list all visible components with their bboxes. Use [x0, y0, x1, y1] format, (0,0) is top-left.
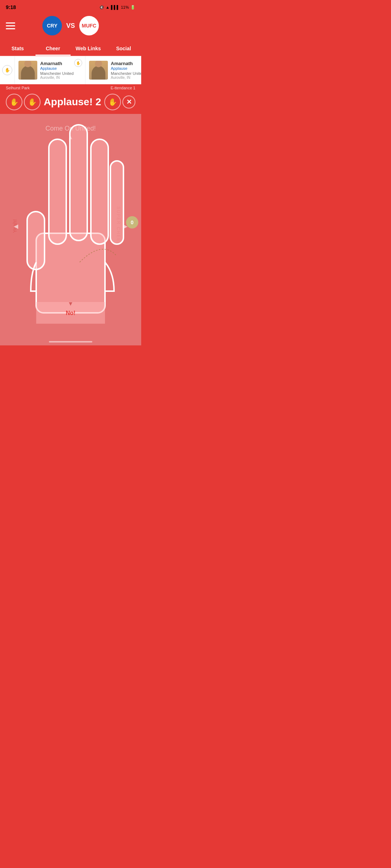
- user-location: Auroville, IN: [111, 76, 141, 80]
- user-team: Manchester United: [40, 71, 81, 76]
- team-mufc-badge[interactable]: MUFC: [79, 16, 99, 35]
- status-icons: 🔇 ▲ ▌▌▌ 11% 🔋: [99, 5, 135, 10]
- signal-icon: ▌▌▌: [111, 5, 119, 9]
- nav-tabs: Stats Cheer Web Links Social: [0, 41, 141, 56]
- dotted-arc-decoration: [76, 237, 119, 266]
- cheer-banner: Selhurst Park E-ttendance 1 ✋ ✋ Applause…: [0, 84, 141, 114]
- menu-button[interactable]: [6, 22, 15, 29]
- avatar: [89, 61, 108, 80]
- user-cards-row: ✋ Amarnath Applause Manchester United Au…: [0, 56, 141, 84]
- cheer-close-button[interactable]: ✕: [122, 95, 135, 109]
- hand-area[interactable]: Come On United! ▲ Yeah! ◀ ▶ SUPER CHEER …: [0, 114, 141, 338]
- cheer-counter-badge: 0: [126, 216, 138, 229]
- user-card-info: Amarnath Applause Manchester United Auro…: [111, 61, 141, 80]
- user-card[interactable]: Amarnath Applause Manchester United Auro…: [15, 56, 85, 84]
- tab-weblinks[interactable]: Web Links: [71, 41, 106, 56]
- cheer-info: Selhurst Park E-ttendance 1: [0, 86, 141, 90]
- user-action: Applause: [40, 66, 81, 71]
- svg-rect-4: [91, 139, 108, 244]
- cheer-action-row: ✋ ✋ Applause! 2 ✋ ✕: [6, 94, 135, 110]
- top-header: CRY VS MUFC: [0, 13, 141, 41]
- svg-rect-3: [70, 125, 87, 241]
- svg-rect-1: [27, 212, 45, 269]
- tab-cheer[interactable]: Cheer: [35, 41, 71, 56]
- team-cry-badge[interactable]: CRY: [42, 16, 62, 35]
- user-team: Manchester United: [111, 71, 141, 76]
- tab-stats[interactable]: Stats: [0, 41, 35, 56]
- cheer-bottom-label: No!: [66, 310, 76, 316]
- tab-social[interactable]: Social: [106, 41, 142, 56]
- user-location: Auroville, IN: [40, 76, 81, 80]
- home-indicator: [0, 338, 141, 345]
- cheer-ettendance: E-ttendance 1: [111, 86, 136, 90]
- arrow-down-icon: ▼: [68, 301, 73, 307]
- avatar: [18, 61, 37, 80]
- home-indicator-bar: [49, 341, 92, 342]
- battery-icon: 🔋: [130, 5, 135, 10]
- hand-illustration: [16, 118, 125, 327]
- status-time: 9:18: [6, 4, 16, 10]
- cheer-location: Selhurst Park: [6, 86, 30, 90]
- user-action: Applause: [111, 66, 141, 71]
- user-card[interactable]: Amarnath Applause Manchester United Auro…: [85, 56, 141, 84]
- wifi-icon: ▲: [106, 5, 110, 9]
- vs-text: VS: [66, 22, 75, 30]
- team-match: CRY VS MUFC: [42, 16, 99, 35]
- svg-rect-5: [110, 161, 123, 244]
- cheer-title: Applause! 2: [41, 96, 104, 108]
- cheer-left-hand-button[interactable]: ✋: [6, 94, 22, 110]
- user-cheer-icon: ✋: [74, 59, 82, 67]
- cheer-center-left-hand-button[interactable]: ✋: [24, 94, 41, 110]
- svg-rect-2: [49, 139, 66, 244]
- battery-text: 11%: [121, 5, 129, 9]
- cheer-center-right-hand-button[interactable]: ✋: [104, 94, 121, 110]
- user-card[interactable]: ✋: [0, 56, 15, 84]
- user-name: Amarnath: [111, 61, 141, 66]
- mute-icon: 🔇: [99, 5, 104, 10]
- cheer-icon-small: ✋: [2, 65, 12, 75]
- status-bar: 9:18 🔇 ▲ ▌▌▌ 11% 🔋: [0, 0, 141, 13]
